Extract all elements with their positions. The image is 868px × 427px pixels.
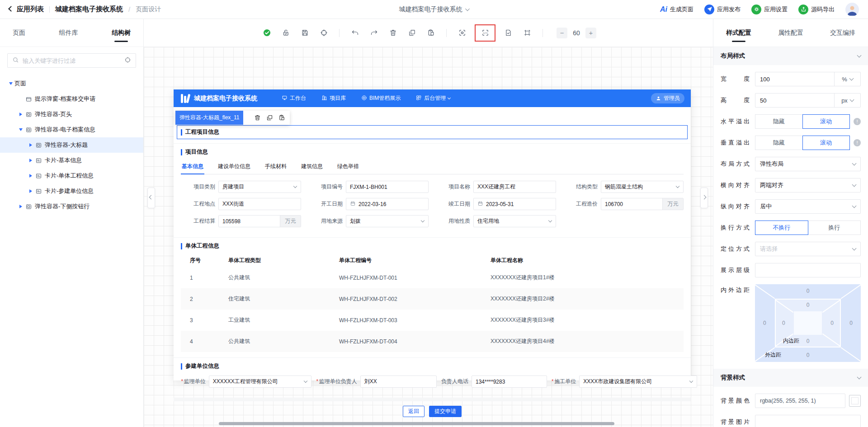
zoom-in-button[interactable]: +	[585, 28, 596, 38]
ai-generate-page-button[interactable]: Ai 生成页面	[660, 5, 693, 14]
frame-icon[interactable]	[521, 27, 533, 39]
layout-style-section-header[interactable]: 布局样式	[713, 47, 868, 65]
field-input[interactable]: FJXM-1-BH001	[346, 181, 429, 193]
field-select[interactable]: 钢筋混凝土结构	[601, 181, 684, 193]
scan-code-icon[interactable]: </>	[479, 27, 491, 39]
padding-top-value[interactable]: 0	[807, 302, 810, 308]
check-circle-icon[interactable]	[260, 27, 273, 39]
field-date[interactable]: 2023-05-31	[473, 198, 556, 210]
copy-icon[interactable]	[266, 114, 273, 121]
style-input[interactable]	[755, 263, 861, 277]
copy-icon[interactable]	[406, 27, 418, 39]
padding-left-value[interactable]: 0	[782, 320, 785, 326]
submit-application-button[interactable]: 提交申请	[429, 406, 462, 417]
table-row[interactable]: 2住宅建筑WH-FZLHJFXM-DT-002XXXXXXX还建房项目2#楼	[181, 288, 684, 310]
crosshair-icon[interactable]	[317, 27, 330, 39]
paste-icon[interactable]	[425, 27, 437, 39]
size-input[interactable]: 100%	[755, 72, 861, 86]
preview-nav-3[interactable]: 后台管理	[416, 94, 450, 102]
left-tab-0[interactable]: 页面	[12, 20, 26, 46]
form-tab-4[interactable]: 绿色举措	[336, 160, 360, 174]
tree-expand-right-icon[interactable]	[17, 205, 24, 208]
table-row[interactable]: 1公共建筑WH-FZLHJFXM-DT-001XXXXXXX还建房项目1#楼	[181, 267, 684, 288]
toggle-option-0[interactable]: 隐藏	[755, 114, 803, 129]
user-avatar[interactable]	[845, 3, 859, 16]
tree-item-2[interactable]: 弹性容器-页头	[0, 107, 143, 122]
form-tab-2[interactable]: 手续材料	[264, 160, 288, 174]
style-select[interactable]: 居中	[755, 199, 861, 214]
collapse-left-panel-handle[interactable]	[147, 188, 155, 208]
left-tab-1[interactable]: 组件库	[58, 20, 79, 46]
preview-nav-1[interactable]: 项目库	[321, 94, 346, 102]
table-row[interactable]: 4公共建筑WH-FZLHJFXM-DT-004XXXXXXX还建房项目4#楼	[181, 331, 684, 352]
tree-item-1[interactable]: 提示弹窗-档案移交申请	[0, 91, 143, 107]
app-settings-button[interactable]: 应用设置	[751, 5, 788, 14]
field-input[interactable]: 134****9283	[472, 375, 547, 388]
tree-item-5[interactable]: 卡片-基本信息	[0, 153, 143, 168]
tree-expand-down-icon[interactable]	[7, 82, 14, 85]
redo-icon[interactable]	[368, 27, 380, 39]
field-input[interactable]: XXX还建房工程	[473, 181, 556, 193]
back-button[interactable]: 返回	[403, 406, 425, 417]
background-image-input[interactable]	[755, 415, 861, 427]
trash-icon[interactable]	[254, 114, 261, 121]
tree-expand-right-icon[interactable]	[27, 174, 34, 178]
form-tab-3[interactable]: 建筑信息	[300, 160, 324, 174]
source-export-button[interactable]: 源码导出	[798, 5, 835, 14]
toggle-option-1[interactable]: 滚动	[802, 114, 850, 129]
padding-right-value[interactable]: 0	[830, 320, 834, 326]
padding-bottom-value[interactable]: 0	[807, 338, 810, 344]
selected-container-outline[interactable]: 工程项目信息	[177, 125, 688, 139]
trash-icon[interactable]	[387, 27, 399, 39]
form-tab-0[interactable]: 基本信息	[181, 160, 204, 174]
collapse-right-panel-handle[interactable]	[700, 188, 708, 208]
app-publish-button[interactable]: 应用发布	[704, 5, 741, 14]
canvas-horizontal-scrollbar[interactable]	[219, 422, 614, 425]
style-select[interactable]: 请选择	[755, 242, 861, 256]
tree-expand-right-icon[interactable]	[27, 143, 34, 147]
field-select[interactable]: 划拨	[346, 215, 429, 227]
toggle-option-0[interactable]: 隐藏	[755, 136, 803, 150]
preview-nav-2[interactable]: BIM管档展示	[361, 94, 401, 102]
field-select[interactable]: 住宅用地	[473, 215, 556, 227]
left-tab-2[interactable]: 结构树	[111, 20, 132, 46]
box-model-editor[interactable]: 0 0 0 0 外边距 0 0 0 0 内边距	[755, 284, 861, 362]
margin-left-value[interactable]: 0	[763, 320, 766, 326]
field-unit[interactable]: 105598万元	[218, 215, 301, 227]
tree-expand-right-icon[interactable]	[17, 113, 24, 116]
background-style-section-header[interactable]: 背景样式	[713, 369, 868, 387]
tree-item-0[interactable]: 页面	[0, 76, 143, 91]
toggle-option-1[interactable]: 滚动	[802, 136, 850, 150]
toggle-option-1[interactable]: 换行	[808, 221, 861, 235]
right-tab-0[interactable]: 样式配置	[725, 20, 752, 46]
tree-item-8[interactable]: 弹性容器-下侧按钮行	[0, 199, 143, 214]
tree-item-7[interactable]: 卡片-参建单位信息	[0, 183, 143, 199]
size-input[interactable]: 50px	[755, 93, 861, 108]
save-icon[interactable]	[298, 27, 311, 39]
search-input[interactable]	[23, 57, 121, 64]
field-select[interactable]: XXXXXX工程管理有限公司	[209, 375, 311, 388]
scan-eye-icon[interactable]	[456, 27, 468, 39]
background-color-input[interactable]: rgba(255, 255, 255, 1)	[755, 394, 845, 408]
field-select[interactable]: XXXX市政建设集团有限公司	[579, 375, 697, 388]
back-to-app-list[interactable]: 应用列表	[9, 5, 44, 14]
field-date[interactable]: 2022-03-16	[346, 198, 429, 210]
unit-select[interactable]: %	[834, 72, 860, 86]
zoom-out-button[interactable]: −	[557, 28, 567, 38]
unit-select[interactable]: px	[834, 94, 860, 107]
margin-right-value[interactable]: 0	[849, 320, 853, 326]
current-page-selector[interactable]: 城建档案电子接收系统	[399, 5, 469, 14]
field-unit[interactable]: 106700万元	[601, 198, 684, 210]
locate-node-icon[interactable]	[124, 56, 131, 65]
right-tab-2[interactable]: 交互编排	[829, 20, 856, 46]
form-tab-1[interactable]: 建设单位信息	[217, 160, 251, 174]
preview-nav-0[interactable]: 工作台	[282, 94, 306, 102]
field-select[interactable]: 房建项目	[218, 181, 301, 193]
tree-expand-right-icon[interactable]	[27, 189, 34, 193]
field-input[interactable]: XXX街道	[218, 198, 301, 210]
style-select[interactable]: 弹性布局	[755, 157, 861, 171]
tree-item-6[interactable]: 卡片-单体工程信息	[0, 168, 143, 183]
tree-expand-down-icon[interactable]	[17, 128, 24, 131]
unlock-icon[interactable]	[279, 27, 292, 39]
right-tab-1[interactable]: 属性配置	[777, 20, 804, 46]
